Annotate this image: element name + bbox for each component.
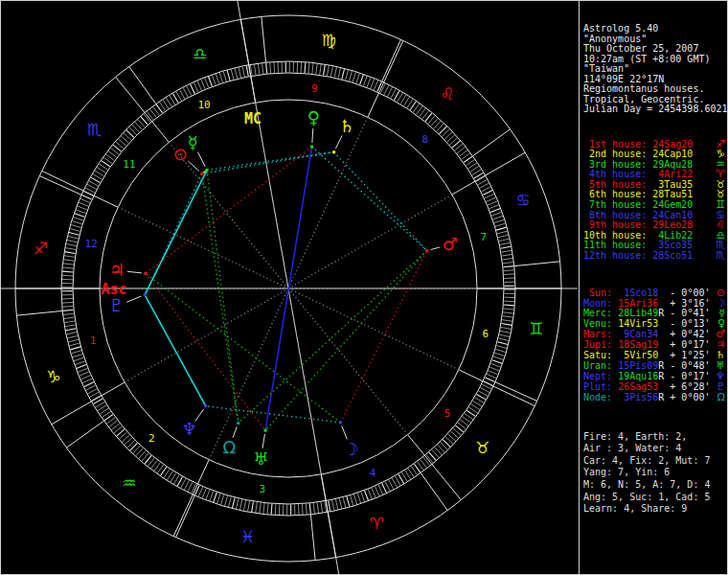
aspect-line-moon-nept (206, 406, 341, 423)
degree-tick (72, 221, 82, 224)
degree-tick (339, 498, 342, 509)
degree-tick (342, 69, 345, 80)
planet-pointer-sun (188, 161, 198, 171)
degree-tick (468, 163, 477, 169)
degree-tick (484, 380, 493, 385)
degree-tick (473, 401, 482, 406)
degree-tick (98, 405, 106, 411)
wheel-house-number-7: 7 (481, 231, 488, 243)
sign-boundary (176, 495, 195, 538)
degree-tick (306, 504, 307, 515)
degree-tick (63, 267, 74, 268)
wheel-planet-glyph-node: Ω (222, 437, 236, 457)
degree-tick (501, 327, 512, 329)
degree-tick (244, 500, 246, 511)
degree-tick (65, 325, 76, 327)
degree-tick (496, 227, 507, 230)
degree-tick (87, 184, 97, 189)
degree-tick (73, 354, 82, 356)
degree-tick (502, 258, 512, 259)
degree-tick (80, 376, 90, 380)
degree-tick (62, 302, 73, 303)
degree-tick (66, 333, 77, 334)
degree-tick (502, 320, 512, 322)
degree-tick (66, 329, 77, 331)
degree-tick (188, 482, 193, 492)
degree-tick (503, 316, 513, 317)
degree-tick (224, 495, 227, 506)
degree-tick (360, 75, 364, 84)
degree-tick (86, 385, 96, 390)
wheel-planet-glyph-merc: ☿ (188, 132, 198, 152)
degree-tick (195, 485, 200, 494)
degree-tick (263, 503, 264, 514)
degree-tick (62, 306, 73, 307)
degree-tick (246, 66, 248, 77)
degree-tick (216, 74, 219, 83)
degree-tick (321, 502, 323, 513)
degree-tick (163, 100, 169, 108)
degree-tick (262, 63, 263, 74)
wheel-house-number-11: 11 (123, 158, 135, 171)
degree-tick (500, 331, 511, 333)
planet-glyph-icon: Ω (717, 393, 725, 403)
degree-tick (176, 92, 181, 102)
degree-tick (278, 62, 279, 73)
degree-tick (489, 367, 499, 371)
degree-tick (485, 378, 494, 382)
degree-tick (209, 77, 213, 86)
wheel-house-number-3: 3 (259, 483, 265, 495)
degree-tick (63, 260, 74, 261)
degree-tick (495, 349, 506, 352)
degree-tick (338, 68, 341, 79)
planet-dot-uran (264, 429, 267, 432)
degree-tick (256, 502, 258, 513)
wheel-house-number-10: 10 (197, 99, 210, 111)
aspect-line-merc-satu (207, 152, 334, 171)
degree-tick (228, 496, 231, 507)
degree-tick (357, 494, 361, 503)
aspect-line-merc-plut (145, 170, 207, 294)
planet-row-sun: Sun: 1Sco18 - 0°00'⊙ (583, 288, 725, 299)
degree-tick (308, 63, 309, 74)
degree-tick (227, 70, 230, 80)
wheel-house-number-5: 5 (444, 407, 451, 420)
planet-pointer-satu (335, 136, 342, 150)
degree-tick (183, 88, 188, 98)
wheel-planet-glyph-venu: ♀ (307, 107, 320, 127)
wheel-planet-glyph-mars: ♂ (443, 234, 458, 254)
degree-tick (504, 301, 514, 302)
degree-tick (235, 68, 238, 79)
planet-dot-venu (310, 146, 313, 149)
wheel-planet-glyph-moon: ☽ (343, 439, 358, 459)
degree-tick (96, 402, 104, 407)
degree-tick (78, 368, 87, 372)
degree-tick (239, 67, 240, 78)
degree-tick (197, 80, 201, 90)
sign-boundary (473, 129, 511, 156)
degree-tick (367, 78, 371, 87)
aspect-line-moon-mars (340, 251, 426, 423)
degree-tick (202, 489, 206, 498)
stat-line-3: Yang: 7, Yin: 6 (583, 467, 725, 479)
degree-tick (398, 474, 404, 483)
wheel-planet-glyph-jupi: ♃ (109, 260, 125, 280)
sign-boundary (514, 262, 560, 266)
degree-tick (492, 360, 502, 364)
degree-tick (201, 80, 205, 89)
header-line-8: Julian Day = 2454398.6021 (583, 104, 725, 115)
degree-tick (174, 475, 180, 484)
degree-tick (495, 223, 506, 226)
planet-dot-satu (332, 150, 335, 153)
aspect-line-sun-node (202, 173, 239, 423)
stat-line-2: Car: 4, Fix: 2, Mut: 7 (583, 455, 725, 468)
degree-tick (490, 209, 500, 213)
degree-tick (210, 491, 214, 500)
wheel-sign-glyph-taurus: ♉ (475, 438, 489, 457)
degree-tick (401, 472, 407, 481)
degree-tick (266, 63, 267, 74)
degree-tick (212, 75, 216, 84)
degree-tick (499, 334, 510, 336)
sign-boundary (262, 16, 266, 62)
wheel-house-number-6: 6 (482, 328, 489, 340)
